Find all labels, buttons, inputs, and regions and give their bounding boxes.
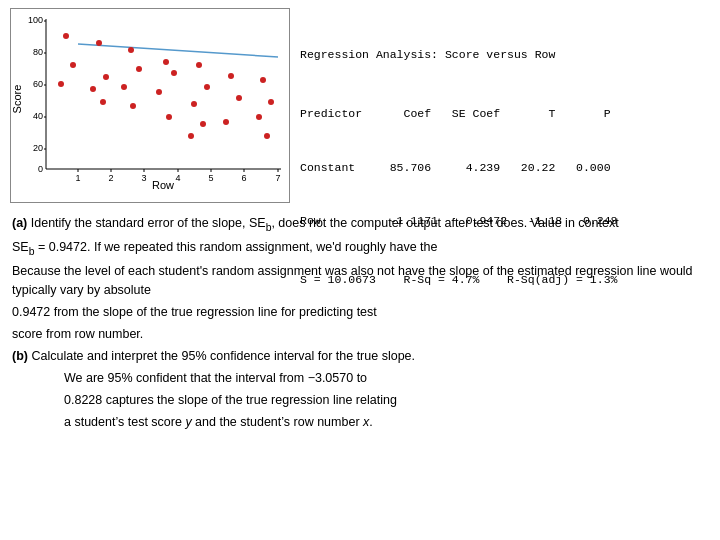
data-point <box>236 95 242 101</box>
x-axis-label: Row <box>152 179 174 191</box>
top-section: Score Row 100 80 60 40 20 0 1 <box>0 0 720 210</box>
data-point <box>268 99 274 105</box>
data-point <box>200 121 206 127</box>
data-point <box>58 81 64 87</box>
svg-text:7: 7 <box>275 173 280 183</box>
svg-text:6: 6 <box>241 173 246 183</box>
data-point <box>228 73 234 79</box>
svg-text:1: 1 <box>75 173 80 183</box>
data-point <box>264 133 270 139</box>
data-point <box>204 84 210 90</box>
data-point <box>156 89 162 95</box>
svg-text:4: 4 <box>175 173 180 183</box>
svg-text:40: 40 <box>33 111 43 121</box>
data-point <box>128 47 134 53</box>
data-point <box>136 66 142 72</box>
regression-constant-row: Constant 85.706 4.239 20.22 0.000 <box>300 159 710 177</box>
data-point <box>70 62 76 68</box>
svg-text:20: 20 <box>33 143 43 153</box>
data-point <box>100 99 106 105</box>
svg-line-27 <box>78 44 278 57</box>
y-axis-label: Score <box>11 85 23 114</box>
data-point <box>96 40 102 46</box>
data-point <box>256 114 262 120</box>
svg-text:80: 80 <box>33 47 43 57</box>
data-point <box>163 59 169 65</box>
se-explanation-line2: Because the level of each student's rand… <box>12 262 708 300</box>
svg-text:2: 2 <box>108 173 113 183</box>
svg-text:5: 5 <box>208 173 213 183</box>
svg-text:60: 60 <box>33 79 43 89</box>
regression-table-header: Predictor Coef SE Coef T P <box>300 105 710 123</box>
data-point <box>63 33 69 39</box>
data-point <box>223 119 229 125</box>
se-explanation-line1: SEb = 0.9472. If we repeated this random… <box>12 238 708 259</box>
data-point <box>121 84 127 90</box>
se-explanation-line4: score from row number. <box>12 325 708 344</box>
svg-text:100: 100 <box>28 15 43 25</box>
part-a-identify: Identify the standard error of the slope… <box>31 216 619 230</box>
regression-output: Regression Analysis: Score versus Row Pr… <box>300 8 710 206</box>
part-b-question: (b) Calculate and interpret the 95% conf… <box>12 347 708 366</box>
data-point <box>196 62 202 68</box>
page: Score Row 100 80 60 40 20 0 1 <box>0 0 720 540</box>
data-point <box>90 86 96 92</box>
data-point <box>103 74 109 80</box>
se-explanation-line3: 0.9472 from the slope of the true regres… <box>12 303 708 322</box>
data-point <box>166 114 172 120</box>
part-b-answer-line1: We are 95% confident that the interval f… <box>12 369 708 388</box>
part-b-text: Calculate and interpret the 95% confiden… <box>31 349 415 363</box>
data-point <box>171 70 177 76</box>
scatter-chart: Score Row 100 80 60 40 20 0 1 <box>11 9 291 204</box>
svg-text:0: 0 <box>38 164 43 174</box>
part-a-label: (a) <box>12 216 27 230</box>
data-point <box>260 77 266 83</box>
part-a-question: (a) Identify the standard error of the s… <box>12 214 708 235</box>
part-b-label: (b) <box>12 349 28 363</box>
data-point <box>191 101 197 107</box>
regression-title: Regression Analysis: Score versus Row <box>300 46 710 64</box>
svg-text:3: 3 <box>141 173 146 183</box>
bottom-section: (a) Identify the standard error of the s… <box>0 210 720 438</box>
part-b-answer-line2: 0.8228 captures the slope of the true re… <box>12 391 708 410</box>
chart-container: Score Row 100 80 60 40 20 0 1 <box>10 8 290 203</box>
data-point <box>188 133 194 139</box>
data-point <box>130 103 136 109</box>
part-b-answer-line3: a student’s test score y and the student… <box>12 413 708 432</box>
